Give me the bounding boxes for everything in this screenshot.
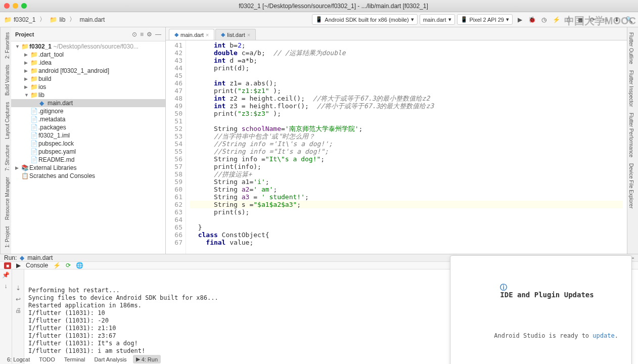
hide-icon[interactable]: — <box>155 31 161 38</box>
stop-icon[interactable]: ■ <box>4 262 11 269</box>
maximize-window-button[interactable] <box>21 3 27 9</box>
folder-icon: 📁 <box>50 16 57 23</box>
tree-item[interactable]: 📄pubspec.yaml <box>11 148 165 156</box>
left-strip-resource[interactable]: Resource Manager <box>1 174 11 223</box>
notification-title: ⓘ IDE and Plugin Updates <box>458 276 624 306</box>
run-button[interactable]: ▶ <box>515 15 525 25</box>
window-controls <box>4 3 27 9</box>
tree-item[interactable]: 📄f0302_1.iml <box>11 131 165 140</box>
run-panel: Run: ◆ main.dart ⚙ — ■ ▶ Console ⚡ ⟳ 🌐 📌… <box>0 254 638 353</box>
left-strip-favorites[interactable]: 2: Favorites <box>1 29 11 62</box>
tree-item[interactable]: 📄pubspec.lock <box>11 140 165 148</box>
close-icon[interactable]: × <box>247 32 250 38</box>
tree-item[interactable]: 📄README.md <box>11 156 165 164</box>
hot-reload-button[interactable]: ⚡ <box>551 15 561 25</box>
breadcrumb-file: main.dart <box>79 16 105 23</box>
project-tree[interactable]: ▼📁f0302_1 ~/Desktop/lesson/source/f030..… <box>11 41 165 181</box>
attach-icon[interactable]: 📌 <box>2 271 10 279</box>
chevron-right-icon: 〉 <box>69 15 75 24</box>
run-config-selector[interactable]: main.dart ▾ <box>420 14 455 25</box>
breadcrumb[interactable]: 📁 f0302_1 〉 📁 lib 〉 main.dart <box>4 15 105 24</box>
tree-item[interactable]: 📋Scratches and Consoles <box>11 172 165 180</box>
right-strip-device-explorer[interactable]: Device File Explorer <box>627 160 638 211</box>
tree-item[interactable]: ▶📁android [f0302_1_android] <box>11 67 165 75</box>
left-tool-strip: 1: Project Resource Manager 7: Structure… <box>0 27 11 254</box>
locate-icon[interactable]: ⊙ <box>132 31 137 38</box>
tree-item[interactable]: ◆main.dart <box>11 99 165 107</box>
scroll-icon[interactable]: ⇣ <box>16 285 21 292</box>
main-area: 1: Project Resource Manager 7: Structure… <box>0 27 638 254</box>
device-selector[interactable]: 📱 Android SDK built for x86 (mobile) ▾ <box>312 14 417 25</box>
stop-button[interactable]: ◼ <box>575 15 585 25</box>
tree-item[interactable]: ▶📁ios <box>11 83 165 91</box>
project-panel-header: Project ⊙ ≡ ⚙ — <box>11 27 165 41</box>
right-strip-inspector[interactable]: Flutter Inspector <box>627 67 638 110</box>
run-secondary-bar: ⇣ ↩ 🖨 <box>12 269 24 364</box>
rerun-icon[interactable]: ▶ <box>16 262 21 269</box>
toolbar-right: 📱 Android SDK built for x86 (mobile) ▾ m… <box>312 14 634 25</box>
avd-button[interactable]: ▭ <box>600 15 610 25</box>
profile-button[interactable]: ◷ <box>539 15 549 25</box>
project-panel-toolbar: ⊙ ≡ ⚙ — <box>132 31 161 38</box>
left-strip-layout[interactable]: Layout Captures <box>1 99 11 142</box>
sdk-button[interactable]: ⬇ <box>612 15 622 25</box>
console-tab[interactable]: Console <box>26 262 48 269</box>
sync-button[interactable]: ⟳ <box>587 15 598 25</box>
titlebar: f0302_1 [~/Desktop/lesson/source/f0302_1… <box>0 0 638 12</box>
code-content[interactable]: int b=2; double c=a/b; // /运算结果为double i… <box>186 40 627 254</box>
editor-area: ◆main.dart×◆list.dart× 41424344454647484… <box>166 27 627 254</box>
tree-item[interactable]: ▼📁lib <box>11 91 165 99</box>
close-window-button[interactable] <box>4 3 10 9</box>
open-devtools-icon[interactable]: 🌐 <box>76 262 83 269</box>
phone-icon: 📱 <box>315 16 323 23</box>
left-strip-build[interactable]: Build Variants <box>1 62 11 99</box>
update-link[interactable]: update <box>593 332 614 339</box>
console-output[interactable]: Performing hot restart...Syncing files t… <box>24 269 638 364</box>
window-title: f0302_1 [~/Desktop/lesson/source/f0302_1… <box>33 3 634 10</box>
code-area[interactable]: 4142434445464748495051525354555657585960… <box>166 40 627 254</box>
chevron-down-icon: ▾ <box>506 16 509 23</box>
attach-button[interactable]: ⎙ <box>563 15 573 25</box>
tree-item[interactable]: ▶📁.dart_tool <box>11 51 165 59</box>
tree-item[interactable]: ▶📁build <box>11 75 165 83</box>
run-label: Run: <box>4 254 17 261</box>
expand-icon[interactable]: ≡ <box>140 31 144 38</box>
left-strip-project[interactable]: 1: Project <box>1 223 11 250</box>
tree-root[interactable]: ▼📁f0302_1 ~/Desktop/lesson/source/f030..… <box>11 42 165 51</box>
wrap-icon[interactable]: ↩ <box>16 296 21 303</box>
nav-bar: 📁 f0302_1 〉 📁 lib 〉 main.dart 📱 Android … <box>0 12 638 27</box>
gear-icon[interactable]: ⚙ <box>147 31 152 38</box>
tree-item[interactable]: 📄.gitignore <box>11 107 165 115</box>
emulator-selector[interactable]: 📱 Pixel 2 API 29 ▾ <box>457 14 513 25</box>
line-gutter: 4142434445464748495051525354555657585960… <box>166 40 186 254</box>
left-strip-structure[interactable]: 7: Structure <box>1 142 11 174</box>
down-icon[interactable]: ↓ <box>5 283 8 290</box>
dart-icon: ◆ <box>20 254 24 261</box>
run-config-name: main.dart <box>27 254 53 261</box>
right-tool-strip: Flutter Outline Flutter Inspector Flutte… <box>627 27 638 254</box>
chevron-down-icon: ▾ <box>411 16 414 23</box>
project-panel-title[interactable]: Project <box>15 31 34 37</box>
print-icon[interactable]: 🖨 <box>15 307 21 314</box>
breadcrumb-folder: lib <box>59 16 65 23</box>
close-icon[interactable]: × <box>206 32 209 38</box>
search-icon[interactable]: 🔍 <box>624 15 634 25</box>
phone-icon: 📱 <box>461 16 468 23</box>
tree-item[interactable]: 📄.metadata <box>11 115 165 123</box>
tree-item[interactable]: ▶📁.idea <box>11 59 165 67</box>
minimize-window-button[interactable] <box>13 3 18 9</box>
right-strip-performance[interactable]: Flutter Performance <box>627 110 638 160</box>
editor-tab[interactable]: ◆main.dart× <box>169 29 214 40</box>
flash-icon[interactable]: ⚡ <box>53 262 61 269</box>
editor-tab[interactable]: ◆list.dart× <box>215 29 256 40</box>
chevron-down-icon: ▾ <box>448 16 451 23</box>
project-icon: 📁 <box>4 16 12 23</box>
reload-icon[interactable]: ⟳ <box>66 262 71 269</box>
debug-button[interactable]: 🐞 <box>527 15 537 25</box>
tree-item[interactable]: ▶📚External Libraries <box>11 164 165 172</box>
run-left-bar: 📌 ↓ <box>0 269 12 364</box>
chevron-right-icon: 〉 <box>39 15 45 24</box>
tree-item[interactable]: 📄.packages <box>11 123 165 131</box>
right-strip-outline[interactable]: Flutter Outline <box>627 29 638 67</box>
project-panel: Project ⊙ ≡ ⚙ — ▼📁f0302_1 ~/Desktop/less… <box>11 27 166 254</box>
